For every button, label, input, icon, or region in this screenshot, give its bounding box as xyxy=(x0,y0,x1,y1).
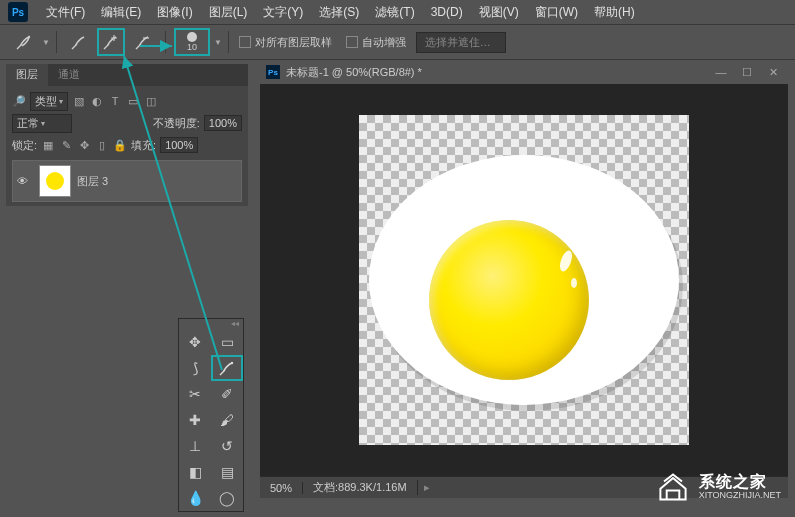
document-titlebar[interactable]: Ps 未标题-1 @ 50%(RGB/8#) * — ☐ ✕ xyxy=(260,60,788,84)
chevron-down-icon[interactable]: ▼ xyxy=(214,38,222,47)
lock-paint-icon[interactable]: ✎ xyxy=(59,138,73,152)
egg-white-shape xyxy=(369,155,679,405)
house-icon xyxy=(655,469,691,505)
tab-layers[interactable]: 图层 xyxy=(6,64,48,86)
lock-all-icon[interactable]: 🔒 xyxy=(113,138,127,152)
menu-file[interactable]: 文件(F) xyxy=(38,4,93,21)
sample-all-layers-label: 对所有图层取样 xyxy=(255,35,332,50)
watermark: 系统之家 XITONGZHIJIA.NET xyxy=(655,469,781,505)
options-bar: ▼ 10 ▼ 对所有图层取样 自动增强 选择并遮住… xyxy=(0,24,795,60)
menu-view[interactable]: 视图(V) xyxy=(471,4,527,21)
eyedropper-tool-icon[interactable]: ✐ xyxy=(211,381,243,407)
filter-pixel-icon[interactable]: ▧ xyxy=(72,94,86,108)
lasso-tool-icon[interactable]: ⟆ xyxy=(179,355,211,381)
menu-help[interactable]: 帮助(H) xyxy=(586,4,643,21)
blur-tool-icon[interactable]: 💧 xyxy=(179,485,211,511)
fill-value[interactable]: 100% xyxy=(160,137,198,153)
svg-point-0 xyxy=(28,36,30,38)
refine-edge-button[interactable]: 选择并遮住… xyxy=(416,32,506,53)
layer-filter-type[interactable]: 类型▾ xyxy=(30,92,68,111)
current-tool-icon[interactable] xyxy=(10,28,38,56)
lock-position-icon[interactable]: ✥ xyxy=(77,138,91,152)
lock-artboard-icon[interactable]: ▯ xyxy=(95,138,109,152)
add-selection-icon[interactable] xyxy=(97,28,125,56)
filter-adjust-icon[interactable]: ◐ xyxy=(90,94,104,108)
layer-name[interactable]: 图层 3 xyxy=(77,174,108,189)
quick-select-tool-icon[interactable] xyxy=(211,355,243,381)
auto-enhance-checkbox[interactable] xyxy=(346,36,358,48)
layer-row[interactable]: 👁 图层 3 xyxy=(12,160,242,202)
document-window: Ps 未标题-1 @ 50%(RGB/8#) * — ☐ ✕ 50% 文档:88… xyxy=(260,60,788,498)
panel-handle[interactable]: ◂◂ xyxy=(179,319,243,329)
doc-size[interactable]: 文档:889.3K/1.16M xyxy=(303,480,418,495)
ps-doc-icon: Ps xyxy=(266,65,280,79)
egg-yolk-shape xyxy=(429,220,589,380)
menu-edit[interactable]: 编辑(E) xyxy=(93,4,149,21)
menu-3d[interactable]: 3D(D) xyxy=(423,5,471,19)
menu-bar: Ps 文件(F) 编辑(E) 图像(I) 图层(L) 文字(Y) 选择(S) 滤… xyxy=(0,0,795,24)
auto-enhance-label: 自动增强 xyxy=(362,35,406,50)
menu-select[interactable]: 选择(S) xyxy=(311,4,367,21)
subtract-selection-icon[interactable] xyxy=(129,28,157,56)
close-button[interactable]: ✕ xyxy=(764,66,782,79)
dodge-tool-icon[interactable]: ◯ xyxy=(211,485,243,511)
svg-point-1 xyxy=(231,362,233,364)
maximize-button[interactable]: ☐ xyxy=(738,66,756,79)
opacity-value[interactable]: 100% xyxy=(204,115,242,131)
sample-all-layers-checkbox[interactable] xyxy=(239,36,251,48)
watermark-title: 系统之家 xyxy=(699,473,781,491)
menu-image[interactable]: 图像(I) xyxy=(149,4,200,21)
menu-filter[interactable]: 滤镜(T) xyxy=(367,4,422,21)
menu-text[interactable]: 文字(Y) xyxy=(255,4,311,21)
move-tool-icon[interactable]: ✥ xyxy=(179,329,211,355)
watermark-url: XITONGZHIJIA.NET xyxy=(699,491,781,501)
menu-layer[interactable]: 图层(L) xyxy=(201,4,256,21)
zoom-level[interactable]: 50% xyxy=(260,482,303,494)
highlight-shape xyxy=(558,249,575,273)
eraser-tool-icon[interactable]: ◧ xyxy=(179,459,211,485)
history-brush-tool-icon[interactable]: ↺ xyxy=(211,433,243,459)
stamp-tool-icon[interactable]: ⊥ xyxy=(179,433,211,459)
opacity-label: 不透明度: xyxy=(153,116,200,131)
canvas-area[interactable] xyxy=(260,84,788,476)
blend-mode-dropdown[interactable]: 正常▾ xyxy=(12,114,72,133)
filter-smart-icon[interactable]: ◫ xyxy=(144,94,158,108)
highlight-shape xyxy=(571,278,577,288)
lock-transparent-icon[interactable]: ▦ xyxy=(41,138,55,152)
heal-tool-icon[interactable]: ✚ xyxy=(179,407,211,433)
gradient-tool-icon[interactable]: ▤ xyxy=(211,459,243,485)
new-selection-icon[interactable] xyxy=(65,28,93,56)
layer-thumbnail[interactable] xyxy=(39,165,71,197)
chevron-down-icon[interactable]: ▼ xyxy=(42,38,50,47)
filter-shape-icon[interactable]: ▭ xyxy=(126,94,140,108)
lock-label: 锁定: xyxy=(12,138,37,153)
brush-tool-icon[interactable]: 🖌 xyxy=(211,407,243,433)
visibility-eye-icon[interactable]: 👁 xyxy=(17,175,33,187)
brush-picker[interactable]: 10 xyxy=(174,28,210,56)
layers-panel: 图层 通道 🔎 类型▾ ▧ ◐ T ▭ ◫ 正常▾ 不透明度: 100% 锁定:… xyxy=(6,64,248,206)
crop-tool-icon[interactable]: ✂ xyxy=(179,381,211,407)
menu-window[interactable]: 窗口(W) xyxy=(527,4,586,21)
chevron-right-icon[interactable]: ▸ xyxy=(418,481,436,494)
tools-panel: ◂◂ ✥ ▭ ⟆ ✂ ✐ ✚ 🖌 ⊥ ↺ ◧ ▤ 💧 ◯ xyxy=(178,318,244,512)
marquee-tool-icon[interactable]: ▭ xyxy=(211,329,243,355)
brush-dot-icon xyxy=(187,32,197,42)
minimize-button[interactable]: — xyxy=(712,66,730,79)
brush-size-value: 10 xyxy=(187,42,197,52)
fill-label: 填充: xyxy=(131,138,156,153)
app-logo: Ps xyxy=(8,2,28,22)
search-icon[interactable]: 🔎 xyxy=(12,94,26,108)
canvas[interactable] xyxy=(359,115,689,445)
tab-channels[interactable]: 通道 xyxy=(48,64,90,86)
document-title: 未标题-1 @ 50%(RGB/8#) * xyxy=(286,65,422,80)
filter-text-icon[interactable]: T xyxy=(108,94,122,108)
